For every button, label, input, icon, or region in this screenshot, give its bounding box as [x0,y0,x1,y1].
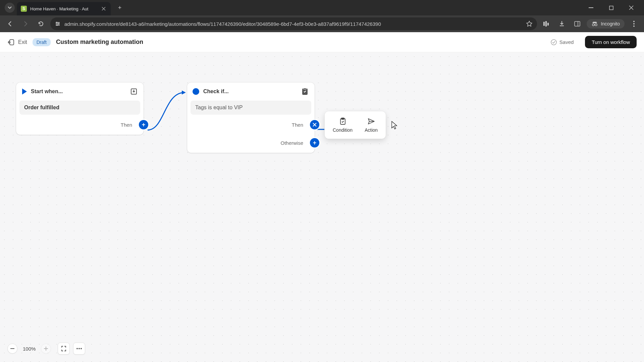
cursor-icon [390,121,398,130]
browser-tab[interactable]: S Home Haven · Marketing · Aut [17,2,111,15]
tab-close-button[interactable] [101,6,107,12]
fit-view-button[interactable] [58,343,70,355]
add-action-option[interactable]: Action [359,114,383,136]
downloads-icon[interactable] [556,18,568,30]
import-icon[interactable] [129,87,138,96]
minus-icon [10,348,14,349]
reload-icon [38,21,44,27]
svg-rect-28 [10,348,14,349]
svg-rect-0 [589,7,593,8]
minimize-icon [589,7,593,8]
shopify-favicon-icon: S [21,6,27,12]
turn-on-label: Turn on workflow [592,39,630,45]
trigger-body: Order fulfilled [19,101,140,115]
action-option-label: Action [365,127,378,133]
turn-on-workflow-button[interactable]: Turn on workflow [585,36,637,48]
forward-button[interactable] [19,18,32,30]
more-icon [76,348,82,349]
plus-icon [44,347,48,351]
reload-button[interactable] [35,18,47,30]
svg-point-7 [56,24,58,26]
add-condition-option[interactable]: Condition [327,114,358,136]
incognito-icon [591,21,598,26]
minimize-button[interactable] [581,0,601,15]
app-header: Exit Draft Custom marketing automation S… [0,32,644,52]
incognito-badge[interactable]: Incognito [587,19,625,28]
fit-icon [61,346,67,352]
browser-menu-button[interactable] [628,18,640,30]
trigger-header: Start when... [16,82,144,101]
svg-rect-11 [575,21,580,26]
url-bar[interactable]: admin.shopify.com/store/de8143-a6/market… [50,17,537,30]
otherwise-label: Otherwise [280,140,303,146]
chevron-down-icon [8,6,12,9]
exit-button[interactable]: Exit [7,39,27,46]
incognito-label: Incognito [601,21,620,26]
side-panel-icon[interactable] [571,18,583,30]
send-icon [367,117,375,125]
status-badge: Draft [33,38,51,46]
clipboard-check-icon [339,117,347,125]
back-button[interactable] [4,18,16,30]
arrow-left-icon [7,21,13,27]
trigger-title: Start when... [31,88,125,95]
add-after-trigger-button[interactable]: + [139,120,148,129]
condition-dot-icon [193,88,199,95]
add-step-popover: Condition Action [325,111,386,139]
trigger-node[interactable]: Start when... Order fulfilled Then + [16,82,144,135]
connector-line [141,86,195,153]
address-bar: admin.shopify.com/store/de8143-a6/market… [0,15,644,32]
bookmark-star-icon[interactable] [526,21,532,27]
site-settings-icon[interactable] [55,21,60,26]
condition-header: Check if... [187,82,315,101]
more-tools-button[interactable] [73,343,85,355]
trigger-then-branch: Then + [16,119,144,130]
close-icon [629,5,634,10]
svg-point-17 [633,23,635,24]
exit-label: Exit [18,39,27,45]
condition-then-branch: Then [187,119,315,130]
kebab-icon [633,21,635,27]
svg-rect-8 [543,22,545,26]
workflow-canvas[interactable]: Start when... Order fulfilled Then + Che… [0,52,644,362]
svg-point-14 [595,24,597,26]
maximize-button[interactable] [601,0,621,15]
condition-node[interactable]: Check if... Tags is equal to VIP Then Ot… [187,82,315,153]
condition-title: Check if... [203,88,297,95]
svg-rect-24 [304,88,306,89]
close-icon [313,123,317,127]
play-icon [22,88,27,95]
then-label: Then [292,122,303,128]
close-then-menu-button[interactable] [310,120,319,129]
clipboard-icon[interactable] [301,87,309,96]
zoom-level: 100% [21,346,38,352]
svg-point-20 [551,40,556,45]
saved-label: Saved [559,39,574,45]
close-window-button[interactable] [621,0,641,15]
window-controls [581,0,641,15]
svg-rect-9 [545,21,547,26]
media-control-icon[interactable] [540,18,552,30]
tab-bar: S Home Haven · Marketing · Aut + [0,0,644,15]
exit-icon [7,39,15,46]
page-title: Custom marketing automation [56,39,143,46]
maximize-icon [609,6,613,10]
condition-footer: Then Otherwise + [187,118,315,153]
zoom-out-button[interactable] [7,344,17,354]
check-circle-icon [551,39,557,45]
svg-point-30 [78,348,80,349]
tab-title: Home Haven · Marketing · Aut [30,6,97,11]
then-label: Then [121,122,132,128]
arrow-right-icon [22,21,29,27]
canvas-toolbar: 100% [7,343,85,355]
condition-otherwise-branch: Otherwise + [187,137,315,148]
condition-option-label: Condition [333,127,353,133]
zoom-in-button[interactable] [41,344,51,354]
svg-point-16 [633,21,635,22]
add-otherwise-button[interactable]: + [310,138,319,147]
browser-chrome: S Home Haven · Marketing · Aut + admin.s… [0,0,644,32]
tab-search-dropdown[interactable] [5,3,15,13]
new-tab-button[interactable]: + [115,3,125,13]
svg-point-5 [56,22,57,23]
close-icon [102,7,106,11]
